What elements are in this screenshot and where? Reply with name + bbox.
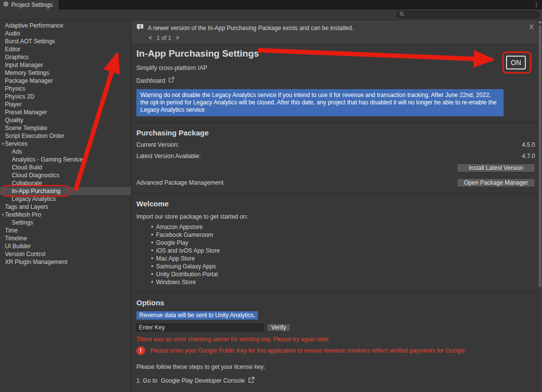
step-1-row: 1. Go to Google Play Developer Console — [136, 377, 535, 385]
store-item: Unity Distribution Portal — [151, 270, 535, 278]
sidebar-item-legacy-analytics[interactable]: Legacy Analytics — [0, 195, 131, 203]
page-title: In-App Purchasing Settings — [136, 48, 535, 59]
sidebar-item-collaborate[interactable]: Collaborate — [0, 179, 131, 187]
latest-version-label: Latest Version Available: — [136, 153, 201, 160]
gear-icon — [3, 1, 9, 8]
scroll-up-icon[interactable] — [539, 21, 542, 23]
sidebar-item-cloud-build[interactable]: Cloud Build — [0, 163, 131, 171]
divider — [131, 292, 542, 293]
sidebar-item-script-execution-order[interactable]: Script Execution Order — [0, 132, 131, 140]
banner-message: A newer version of the In-App Purchasing… — [148, 25, 353, 32]
store-item: Amazon Appstore — [151, 223, 535, 231]
sidebar-item-in-app-purchasing[interactable]: In-App Purchasing — [0, 187, 131, 195]
store-item: Samsung Galaxy Apps — [151, 262, 535, 270]
google-play-console-link[interactable]: Google Play Developer Console — [161, 377, 245, 384]
sidebar-item-adaptive-performance[interactable]: Adaptive Performance — [0, 22, 131, 30]
store-item: Facebook Gameroom — [151, 231, 535, 239]
sidebar-item-player[interactable]: Player — [0, 100, 131, 108]
sidebar-item-time[interactable]: Time — [0, 227, 131, 234]
iap-enable-toggle[interactable]: ON — [506, 56, 526, 69]
console-message-icon — [136, 24, 144, 32]
sidebar-item-memory-settings[interactable]: Memory Settings — [0, 69, 131, 77]
options-heading: Options — [136, 298, 535, 307]
divider — [131, 193, 542, 194]
banner-pager: < 1 of 1 > — [149, 34, 537, 41]
divider — [131, 122, 542, 123]
foldout-icon[interactable]: ▼ — [1, 211, 5, 219]
legacy-analytics-warning: Warning do not disable the Legacy Analyt… — [136, 89, 504, 116]
settings-sidebar: Adaptive Performance Audio Burst AOT Set… — [0, 20, 131, 392]
foldout-icon[interactable]: ▼ — [1, 140, 5, 148]
scrollbar[interactable] — [538, 20, 542, 392]
search-field[interactable] — [396, 11, 540, 18]
simplify-iap-label: Simplify cross-platform IAP — [136, 65, 535, 71]
verify-key-button[interactable]: Verify — [267, 324, 290, 331]
advanced-package-row: Advanced Package Management Open Package… — [136, 178, 535, 187]
search-input[interactable] — [407, 11, 537, 18]
google-key-error-message: Please enter your Google Public Key for … — [150, 347, 466, 354]
sidebar-item-ads[interactable]: Ads — [0, 148, 131, 156]
search-icon — [399, 11, 405, 18]
sidebar-item-timeline[interactable]: Timeline — [0, 234, 131, 242]
current-version-value: 4.5.0 — [522, 141, 535, 148]
sidebar-item-physics[interactable]: Physics — [0, 85, 131, 93]
sidebar-item-version-control[interactable]: Version Control — [0, 250, 131, 258]
tab-project-settings[interactable]: Project Settings — [0, 0, 59, 9]
sidebar-item-textmesh-pro[interactable]: ▼TextMesh Pro — [0, 211, 131, 219]
sidebar-item-scene-template[interactable]: Scene Template — [0, 124, 131, 132]
store-list: Amazon Appstore Facebook Gameroom Google… — [136, 223, 535, 286]
sidebar-item-preset-manager[interactable]: Preset Manager — [0, 108, 131, 116]
current-version-row: Current Version: 4.5.0 — [136, 141, 535, 148]
sidebar-item-tags-and-layers[interactable]: Tags and Layers — [0, 203, 131, 211]
purchasing-package-heading: Purchasing Package — [136, 129, 535, 137]
kebab-menu-icon[interactable]: ⋮ — [533, 0, 540, 9]
pager-next-button[interactable]: > — [176, 34, 179, 41]
store-item: Google Play — [151, 239, 535, 247]
sidebar-item-quality[interactable]: Quality — [0, 116, 131, 124]
sidebar-item-textmesh-settings[interactable]: Settings — [0, 219, 131, 227]
dashboard-link[interactable]: Dashboard — [136, 77, 174, 84]
google-key-input[interactable] — [136, 324, 264, 331]
store-item: Windows Store — [151, 278, 535, 286]
sidebar-item-graphics[interactable]: Graphics — [0, 53, 131, 61]
server-error-message: There was an error checking server for e… — [136, 336, 535, 343]
advanced-package-label: Advanced Package Management — [136, 179, 223, 186]
sidebar-item-physics-2d[interactable]: Physics 2D — [0, 93, 131, 100]
sidebar-item-input-manager[interactable]: Input Manager — [0, 61, 131, 69]
sidebar-item-audio[interactable]: Audio — [0, 30, 131, 37]
window-titlebar: Project Settings ⋮ — [0, 0, 542, 9]
pager-prev-button[interactable]: < — [149, 34, 152, 41]
toolbar — [0, 9, 542, 20]
sidebar-item-editor[interactable]: Editor — [0, 45, 131, 53]
sidebar-item-burst-aot[interactable]: Burst AOT Settings — [0, 37, 131, 45]
sidebar-item-package-manager[interactable]: Package Manager — [0, 77, 131, 85]
welcome-intro: Import our store package to get started … — [136, 213, 535, 220]
close-icon[interactable]: X — [529, 23, 534, 31]
scrollbar-thumb[interactable] — [539, 25, 542, 287]
welcome-heading: Welcome — [136, 199, 535, 208]
sidebar-item-cloud-diagnostics[interactable]: Cloud Diagnostics — [0, 171, 131, 179]
latest-version-value: 4.7.0 — [522, 153, 535, 160]
store-item: Mac App Store — [151, 255, 535, 262]
install-latest-version-button[interactable]: Install Latest Version — [457, 163, 535, 172]
open-package-manager-button[interactable]: Open Package Manager — [457, 178, 535, 187]
revenue-analytics-note: Revenue data will be sent to Unity Analy… — [136, 311, 258, 320]
key-error-row: ! Please enter your Google Public Key fo… — [136, 346, 535, 355]
external-link-icon[interactable] — [248, 377, 255, 385]
step-1-prefix: 1. Go to — [136, 377, 158, 384]
sidebar-item-services[interactable]: ▼Services — [0, 140, 131, 148]
sidebar-item-analytics-gaming-services[interactable]: Analytics - Gaming Services — [0, 156, 131, 163]
main-panel: A newer version of the In-App Purchasing… — [131, 20, 542, 392]
sidebar-item-xr-plugin-management[interactable]: XR Plugin Management — [0, 258, 131, 266]
error-icon: ! — [136, 346, 145, 355]
current-version-label: Current Version: — [136, 141, 179, 148]
tab-title: Project Settings — [11, 1, 53, 8]
latest-version-row: Latest Version Available: 4.7.0 — [136, 153, 535, 160]
license-steps-intro: Please follow these steps to get your li… — [136, 363, 535, 370]
update-notification-banner: A newer version of the In-App Purchasing… — [131, 20, 542, 44]
pager-label: 1 of 1 — [157, 34, 171, 41]
store-item: iOS and tvOS App Store — [151, 247, 535, 255]
external-link-icon — [168, 77, 174, 84]
sidebar-item-ui-builder[interactable]: UI Builder — [0, 242, 131, 250]
